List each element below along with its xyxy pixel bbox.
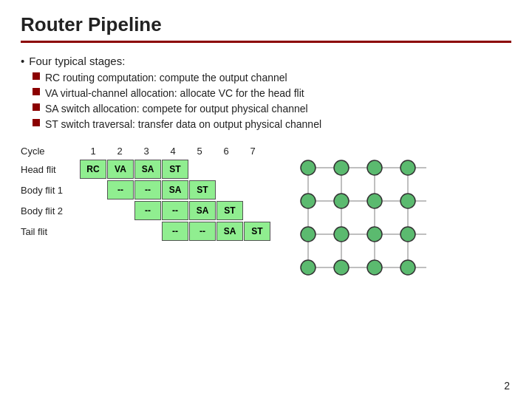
bullet-section: •Four typical stages: RC routing computa…	[21, 55, 511, 132]
body1-flit-row: Body flit 1 -- -- SA ST	[21, 180, 271, 200]
tail-cell2: --	[189, 222, 216, 241]
tail-flit-cells: -- -- SA ST	[162, 222, 271, 241]
body1-cell2: --	[134, 180, 161, 200]
svg-point-20	[301, 260, 316, 275]
page-title: Router Pipeline	[21, 13, 511, 36]
svg-point-13	[334, 194, 349, 208]
head-rc-cell: RC	[80, 160, 106, 179]
cycle-3: 3	[133, 146, 160, 157]
bullet-sa: SA switch allocation: compete for output…	[33, 101, 511, 117]
svg-point-11	[400, 160, 415, 175]
pipeline-section: Cycle 1 2 3 4 5 6 7 Head flit RC VA SA S…	[21, 146, 511, 279]
cycle-1: 1	[80, 146, 106, 157]
svg-point-14	[367, 194, 382, 208]
cycle-label: Cycle	[21, 146, 80, 157]
svg-point-15	[400, 194, 415, 208]
svg-point-8	[301, 160, 316, 175]
bullet-marker-rc	[33, 72, 40, 80]
cycle-7: 7	[239, 146, 266, 157]
tail-sa-cell: SA	[216, 222, 243, 241]
cycle-5: 5	[186, 146, 213, 157]
svg-point-23	[400, 260, 415, 275]
svg-point-22	[367, 260, 382, 275]
body1-cell1: --	[107, 180, 134, 200]
cycle-6: 6	[213, 146, 239, 157]
body2-st-cell: ST	[216, 201, 243, 220]
svg-point-12	[301, 194, 316, 208]
body1-flit-label: Body flit 1	[21, 185, 80, 196]
bullet-marker-va	[33, 88, 40, 95]
page-number: 2	[504, 380, 510, 392]
bullet-marker-st	[33, 119, 40, 126]
body2-flit-cells: -- -- SA ST	[134, 201, 244, 220]
body2-cell2: --	[162, 201, 188, 220]
body2-cell1: --	[134, 201, 161, 220]
svg-point-18	[367, 227, 382, 242]
svg-point-21	[334, 260, 349, 275]
tail-flit-label: Tail flit	[21, 226, 80, 237]
bullet-st: ST switch traversal: transfer data on ou…	[33, 117, 511, 132]
svg-point-10	[367, 160, 382, 175]
body1-sa-cell: SA	[162, 180, 188, 200]
head-va-cell: VA	[107, 160, 134, 179]
cycle-2: 2	[106, 146, 133, 157]
svg-point-19	[400, 227, 415, 242]
svg-point-17	[334, 227, 349, 242]
mesh-grid-diagram	[293, 146, 441, 279]
body2-flit-row: Body flit 2 -- -- SA ST	[21, 201, 271, 220]
tail-flit-row: Tail flit -- -- SA ST	[21, 222, 271, 241]
cycle-header-row: Cycle 1 2 3 4 5 6 7	[21, 146, 271, 157]
tail-cell1: --	[162, 222, 188, 241]
pipeline-table: Cycle 1 2 3 4 5 6 7 Head flit RC VA SA S…	[21, 146, 271, 242]
svg-point-9	[334, 160, 349, 175]
head-flit-cells: RC VA SA ST	[80, 160, 189, 179]
head-sa-cell: SA	[134, 160, 161, 179]
body1-flit-cells: -- -- SA ST	[107, 180, 216, 200]
title-divider	[21, 41, 511, 43]
bullet-marker-sa	[33, 103, 40, 111]
body2-flit-label: Body flit 2	[21, 205, 80, 216]
cycle-4: 4	[160, 146, 186, 157]
tail-st-cell: ST	[244, 222, 270, 241]
head-flit-row: Head flit RC VA SA ST	[21, 160, 271, 179]
mesh-grid-svg	[293, 146, 441, 279]
bullet-rc: RC routing computation: compute the outp…	[33, 70, 511, 86]
svg-point-16	[301, 227, 316, 242]
body2-sa-cell: SA	[189, 201, 216, 220]
bullet-va: VA virtual-channel allocation: allocate …	[33, 86, 511, 101]
head-flit-label: Head flit	[21, 164, 80, 175]
body1-st-cell: ST	[189, 180, 216, 200]
bullet-main: •Four typical stages:	[21, 55, 511, 67]
head-st-cell: ST	[162, 160, 188, 179]
